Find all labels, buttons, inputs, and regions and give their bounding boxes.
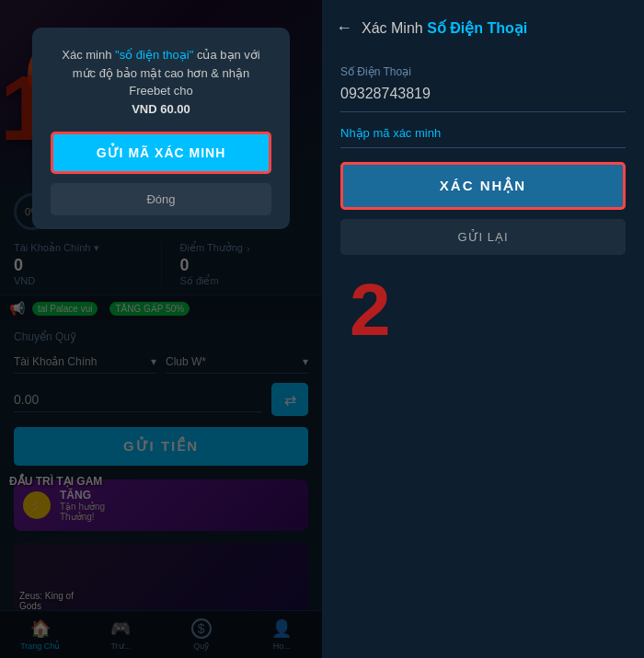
phone-field-value: 09328743819: [340, 86, 626, 112]
modal-text1: Xác minh: [62, 48, 115, 62]
modal-description: Xác minh "số điện thoại" của bạn với mức…: [51, 46, 271, 118]
code-input-label[interactable]: Nhập mã xác minh: [340, 126, 626, 148]
step2-label: 2: [350, 273, 626, 347]
verification-modal: Xác minh "số điện thoại" của bạn với mức…: [32, 28, 290, 229]
right-header: ← Xác Minh Số Điện Thoại: [322, 0, 644, 52]
right-panel: ← Xác Minh Số Điện Thoại Số Điện Thoại 0…: [322, 0, 644, 658]
title-prefix: Xác Minh: [362, 20, 427, 36]
back-button[interactable]: ←: [336, 18, 352, 38]
resend-button[interactable]: GỬI LẠI: [340, 219, 626, 255]
right-title: Xác Minh Số Điện Thoại: [362, 19, 527, 37]
send-code-button[interactable]: GỬI MÃ XÁC MINH: [51, 132, 271, 174]
modal-amount: VND 60.00: [132, 102, 190, 116]
modal-phone-highlight: "số điện thoại": [115, 48, 193, 62]
left-panel: 1 ĐẦU TRÌ TẠI GAM 0% 👤 💳 📱 ✉ Tài Khoản C…: [0, 0, 322, 658]
phone-field-label: Số Điện Thoại: [340, 65, 626, 78]
confirm-button[interactable]: XÁC NHẬN: [340, 162, 626, 210]
close-modal-button[interactable]: Đóng: [51, 183, 271, 215]
modal-overlay: Xác minh "số điện thoại" của bạn với mức…: [0, 0, 322, 658]
right-content: Số Điện Thoại 09328743819 Nhập mã xác mi…: [322, 52, 644, 658]
title-highlight: Số Điện Thoại: [427, 20, 527, 36]
